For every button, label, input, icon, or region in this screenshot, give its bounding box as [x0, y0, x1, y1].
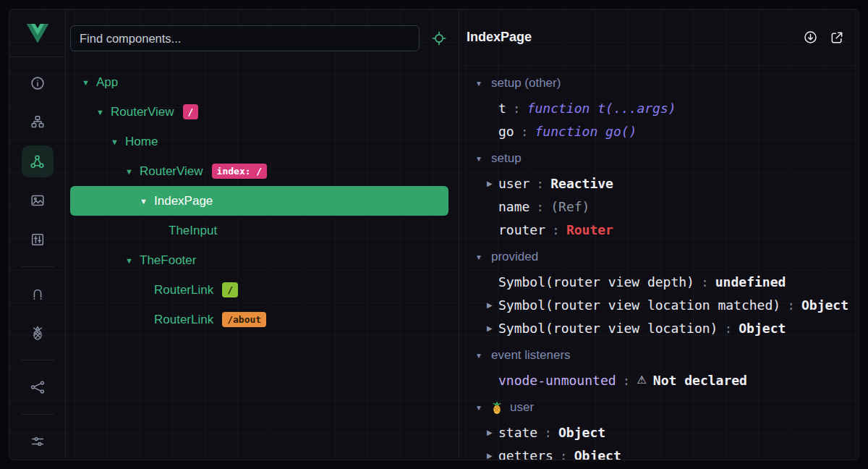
tree-node-app[interactable]: ▼ App — [70, 67, 448, 97]
key-value-separator: : — [536, 176, 544, 191]
row-state[interactable]: ▶ state : Object — [459, 421, 851, 444]
settings-icon[interactable] — [22, 426, 54, 457]
section-setup: ▼ setup ▶ user : Reactive name : (Ref) — [459, 145, 851, 241]
row-value: Reactive — [550, 176, 613, 191]
section-title: user — [510, 400, 534, 415]
devtools-window: ▼ App ▼ RouterView / ▼ Home ▼ RouterView… — [9, 9, 859, 460]
warning-icon: ⚠ — [637, 373, 646, 386]
row-value: undefined — [715, 274, 786, 290]
route-badge: /about — [222, 312, 266, 328]
row-key: router — [498, 222, 545, 237]
row-value: function t(...args) — [527, 101, 676, 116]
tree-node-label: Home — [125, 135, 158, 149]
sidebar — [9, 9, 66, 460]
chevron-right-icon[interactable]: ▶ — [487, 179, 498, 187]
section-user-store: ▼ user ▶ state : Object — [459, 394, 851, 460]
chevron-down-icon[interactable]: ▼ — [140, 197, 154, 206]
section-header-setup-other[interactable]: ▼ setup (other) — [459, 70, 851, 96]
row-vnode-unmounted[interactable]: vnode-unmounted : ⚠ Not declared — [459, 368, 851, 392]
row-value: Object — [558, 425, 605, 440]
key-value-separator: : — [560, 448, 568, 460]
tree-node-routerlink-home[interactable]: RouterLink / — [70, 275, 448, 305]
route-badge: / — [183, 104, 199, 120]
row-value: Object — [739, 321, 786, 336]
section-header-setup[interactable]: ▼ setup — [459, 145, 851, 172]
component-tree: ▼ App ▼ RouterView / ▼ Home ▼ RouterView… — [66, 67, 459, 334]
tree-node-home[interactable]: ▼ Home — [70, 127, 448, 156]
component-tree-panel: ▼ App ▼ RouterView / ▼ Home ▼ RouterView… — [66, 9, 459, 460]
row-value: (Ref) — [550, 199, 590, 214]
tree-node-routerview[interactable]: ▼ RouterView / — [70, 97, 448, 127]
key-value-separator: : — [544, 425, 552, 440]
chevron-right-icon[interactable]: ▶ — [487, 452, 498, 460]
chevron-down-icon[interactable]: ▼ — [111, 138, 125, 146]
inspector-title: IndexPage — [467, 30, 532, 45]
sidebar-divider — [21, 414, 54, 415]
key-value-separator: : — [623, 373, 631, 388]
row-name[interactable]: name : (Ref) — [459, 195, 851, 218]
graph-icon[interactable] — [22, 371, 54, 403]
chevron-down-icon[interactable]: ▼ — [125, 256, 140, 265]
tree-node-theinput[interactable]: TheInput — [70, 216, 448, 245]
circle-arrow-down-icon[interactable] — [803, 30, 818, 45]
inspect-component-target-icon[interactable] — [431, 30, 447, 46]
key-value-separator: : — [536, 199, 544, 214]
route-badge: index: / — [212, 164, 268, 179]
chevron-right-icon[interactable]: ▶ — [487, 301, 498, 309]
row-value: Object — [801, 297, 848, 313]
tree-node-routerview-index[interactable]: ▼ RouterView index: / — [70, 156, 448, 186]
vue-logo — [9, 9, 65, 57]
chevron-down-icon: ▼ — [475, 352, 485, 360]
tree-node-indexpage-selected[interactable]: ▼ IndexPage — [70, 186, 448, 216]
inspector-body: ▼ setup (other) t : function t(...args) … — [459, 66, 851, 460]
pinia-icon[interactable] — [22, 317, 54, 349]
timeline-icon[interactable] — [22, 224, 54, 255]
tree-node-label: RouterLink — [154, 313, 213, 327]
row-key: user — [498, 176, 529, 191]
inspector-actions — [803, 30, 844, 45]
section-title: setup — [491, 151, 522, 166]
assets-icon[interactable] — [22, 185, 54, 216]
row-key: getters — [498, 448, 553, 460]
section-provided: ▼ provided Symbol(router view depth) : u… — [459, 244, 851, 339]
chevron-down-icon[interactable]: ▼ — [125, 167, 140, 176]
row-getters[interactable]: ▶ getters : Object — [459, 444, 851, 460]
row-t[interactable]: t : function t(...args) — [459, 96, 851, 119]
inspector-header: IndexPage — [459, 9, 859, 66]
chevron-down-icon: ▼ — [475, 80, 485, 88]
row-symbol-depth[interactable]: Symbol(router view depth) : undefined — [459, 270, 851, 293]
row-symbol-location[interactable]: ▶ Symbol(router view location) : Object — [459, 316, 851, 339]
magnet-icon[interactable] — [22, 278, 54, 310]
row-value: Object — [574, 448, 621, 460]
chevron-down-icon[interactable]: ▼ — [96, 108, 111, 117]
section-header-user-store[interactable]: ▼ user — [459, 394, 851, 421]
key-value-separator: : — [787, 297, 795, 313]
tree-node-routerlink-about[interactable]: RouterLink /about — [70, 305, 448, 334]
key-value-separator: : — [552, 222, 560, 237]
components-icon[interactable] — [22, 145, 54, 177]
row-key: t — [498, 101, 506, 116]
sitemap-icon[interactable] — [22, 106, 54, 138]
chevron-right-icon[interactable]: ▶ — [487, 428, 498, 436]
tree-node-label: App — [96, 75, 118, 90]
row-symbol-location-matched[interactable]: ▶ Symbol(router view location matched) :… — [459, 293, 851, 316]
section-header-provided[interactable]: ▼ provided — [459, 244, 851, 270]
chevron-right-icon[interactable]: ▶ — [487, 324, 498, 332]
row-go[interactable]: go : function go() — [459, 119, 851, 143]
search-box[interactable] — [70, 25, 420, 51]
chevron-down-icon[interactable]: ▼ — [82, 78, 96, 87]
tree-node-thefooter[interactable]: ▼ TheFooter — [70, 245, 448, 275]
tree-node-label: RouterView — [111, 105, 174, 119]
tree-header — [66, 9, 459, 67]
row-user[interactable]: ▶ user : Reactive — [459, 172, 851, 195]
sidebar-nav — [9, 57, 65, 457]
row-key: Symbol(router view location) — [498, 321, 718, 336]
section-event-listeners: ▼ event listeners vnode-unmounted : ⚠ No… — [459, 342, 851, 392]
info-icon[interactable] — [22, 67, 54, 99]
external-link-icon[interactable] — [830, 30, 844, 45]
section-header-event-listeners[interactable]: ▼ event listeners — [459, 342, 851, 368]
search-input[interactable] — [80, 32, 410, 46]
sidebar-divider — [21, 360, 54, 360]
tree-node-label: RouterLink — [154, 283, 213, 297]
row-router[interactable]: router : Router — [459, 218, 851, 241]
